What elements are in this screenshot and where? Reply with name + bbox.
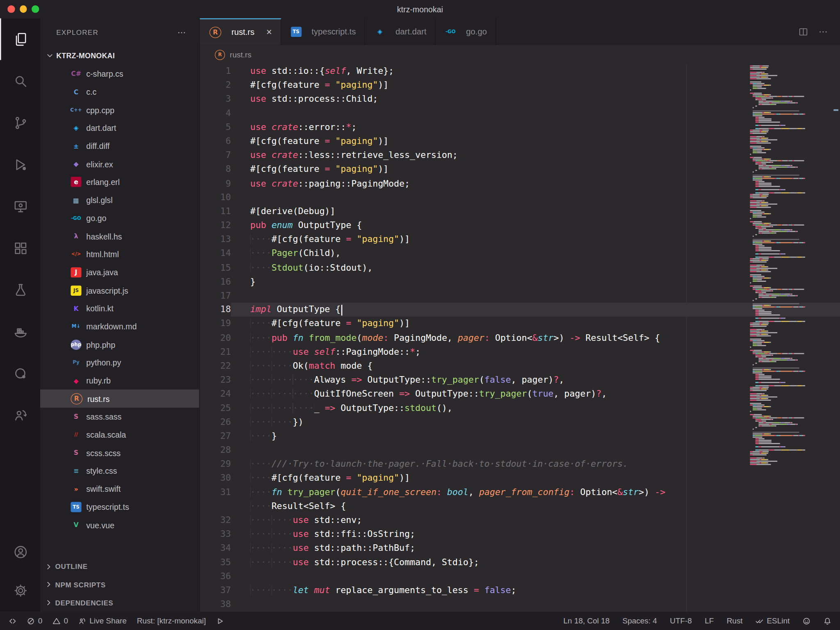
- minimap-line: [748, 202, 828, 203]
- file-ruby.rb[interactable]: ◆ruby.rb: [40, 372, 199, 390]
- file-dart.dart[interactable]: ◈dart.dart: [40, 119, 199, 137]
- more-actions-icon[interactable]: [818, 27, 828, 37]
- activity-run-debug[interactable]: [0, 144, 40, 185]
- breadcrumb[interactable]: R rust.rs: [200, 45, 840, 64]
- file-glsl.glsl[interactable]: ▦glsl.glsl: [40, 191, 199, 209]
- file-cpp.cpp[interactable]: C++cpp.cpp: [40, 101, 199, 119]
- minimap-line: [748, 353, 828, 354]
- activity-live-share[interactable]: [0, 394, 40, 436]
- file-scss.scss[interactable]: Sscss.scss: [40, 444, 199, 462]
- file-diff.diff[interactable]: ±diff.diff: [40, 137, 199, 155]
- minimize-window-button[interactable]: [20, 5, 27, 13]
- minimap-line: [748, 422, 828, 423]
- status-spaces-4[interactable]: Spaces: 4: [623, 616, 657, 625]
- file-php.php[interactable]: phpphp.php: [40, 336, 199, 354]
- indent-whitespace: ········: [250, 515, 293, 525]
- file-label: rust.rs: [87, 394, 110, 403]
- status-ln-18-col-18[interactable]: Ln 18, Col 18: [564, 616, 610, 625]
- split-editor-icon[interactable]: [798, 27, 808, 37]
- explorer-actions-icon[interactable]: [177, 27, 187, 37]
- search-icon: [13, 73, 28, 89]
- file-javascript.js[interactable]: JSjavascript.js: [40, 281, 199, 299]
- activity-explorer[interactable]: [0, 18, 40, 60]
- file-markdown.md[interactable]: M↓markdown.md: [40, 317, 199, 336]
- status-play[interactable]: [216, 617, 224, 625]
- error-icon: [27, 617, 35, 625]
- status-0[interactable]: 0: [27, 616, 42, 625]
- status-rust-ktrz-monokai-[interactable]: Rust: [ktrz-monokai]: [137, 616, 206, 625]
- file-kotlin.kt[interactable]: Kkotlin.kt: [40, 299, 199, 317]
- file-go.go[interactable]: -GOgo.go: [40, 209, 199, 227]
- activity-testing[interactable]: [0, 269, 40, 311]
- file-style.css[interactable]: ≡style.css: [40, 462, 199, 480]
- status-utf-8[interactable]: UTF-8: [670, 616, 692, 625]
- status-0[interactable]: 0: [52, 616, 68, 625]
- code-line: 35········use std::process::{Command, St…: [200, 555, 840, 569]
- minimap[interactable]: [748, 65, 828, 612]
- tab-rust.rs[interactable]: Rrust.rs×: [200, 18, 281, 45]
- minimap-line: [748, 285, 828, 287]
- activity-settings[interactable]: [0, 571, 40, 609]
- activity-remote-explorer[interactable]: [0, 185, 40, 227]
- indent-whitespace: ····: [250, 501, 272, 511]
- file-python.py[interactable]: Pypython.py: [40, 354, 199, 372]
- tab-dart.dart[interactable]: ◈dart.dart: [365, 18, 436, 45]
- maximize-window-button[interactable]: [32, 5, 39, 13]
- minimap-line: [748, 237, 828, 239]
- minimap-line: [748, 128, 828, 129]
- minimap-line: [748, 104, 828, 105]
- activity-account[interactable]: [0, 532, 40, 571]
- file-sass.sass[interactable]: Ssass.sass: [40, 408, 199, 426]
- chevron-right-icon: [44, 598, 53, 607]
- status-live-share[interactable]: Live Share: [78, 616, 127, 625]
- folder-ktrz-monokai[interactable]: KTRZ-MONOKAI: [40, 47, 199, 65]
- status-remote-window[interactable]: [9, 617, 17, 625]
- line-number: 15: [200, 261, 231, 275]
- status-feedback[interactable]: [803, 617, 811, 625]
- minimap-line: [748, 284, 828, 285]
- minimap-line: [748, 376, 828, 377]
- file-c.c[interactable]: Cc.c: [40, 83, 199, 101]
- file-haskell.hs[interactable]: λhaskell.hs: [40, 227, 199, 245]
- status-rust[interactable]: Rust: [727, 616, 743, 625]
- file-c-sharp.cs[interactable]: C#c-sharp.cs: [40, 65, 199, 83]
- file-html.html[interactable]: </>html.html: [40, 245, 199, 263]
- status-bell[interactable]: [824, 617, 832, 625]
- file-typescript.ts[interactable]: TStypescript.ts: [40, 498, 199, 516]
- section-outline[interactable]: OUTLINE: [40, 558, 199, 576]
- file-swift.swift[interactable]: »swift.swift: [40, 480, 199, 498]
- line-number: 16: [200, 275, 231, 289]
- minimap-line: [748, 425, 828, 427]
- minimap-line: [748, 261, 828, 262]
- close-tab-icon[interactable]: ×: [266, 27, 272, 37]
- file-scala.scala[interactable]: //scala.scala: [40, 426, 199, 444]
- status-eslint[interactable]: ESLint: [756, 616, 790, 625]
- minimap-line: [748, 313, 828, 314]
- activity-gitlens[interactable]: [0, 352, 40, 394]
- file-elixir.ex[interactable]: ◆elixir.ex: [40, 155, 199, 173]
- code-editor[interactable]: 1use std::io::{self, Write};2#[cfg(featu…: [200, 64, 840, 612]
- activity-docker[interactable]: [0, 311, 40, 353]
- file-vue.vue[interactable]: Vvue.vue: [40, 516, 199, 534]
- file-rust.rs[interactable]: Rrust.rs: [40, 390, 199, 408]
- tab-typescript.ts[interactable]: TStypescript.ts: [281, 18, 365, 45]
- section-dependencies[interactable]: DEPENDENCIES: [40, 594, 199, 612]
- status-label: Ln 18, Col 18: [564, 616, 610, 625]
- minimap-line: [748, 152, 828, 153]
- code-line: 1use std::io::{self, Write};: [200, 64, 840, 78]
- file-java.java[interactable]: Jjava.java: [40, 263, 199, 281]
- activity-search[interactable]: [0, 60, 40, 102]
- minimap-line: [748, 162, 828, 163]
- section-npm-scripts[interactable]: NPM SCRIPTS: [40, 576, 199, 594]
- file-erlang.erl[interactable]: eerlang.erl: [40, 173, 199, 191]
- status-lf[interactable]: LF: [705, 616, 714, 625]
- minimap-line: [748, 430, 828, 431]
- activity-extensions[interactable]: [0, 227, 40, 269]
- close-window-button[interactable]: [7, 5, 15, 13]
- activity-bar-bottom: [0, 532, 40, 612]
- file-label: typescript.ts: [86, 502, 129, 511]
- overview-ruler[interactable]: [833, 64, 840, 612]
- minimap-line: [748, 131, 828, 132]
- activity-source-control[interactable]: [0, 102, 40, 144]
- tab-go.go[interactable]: -GOgo.go: [436, 18, 496, 45]
